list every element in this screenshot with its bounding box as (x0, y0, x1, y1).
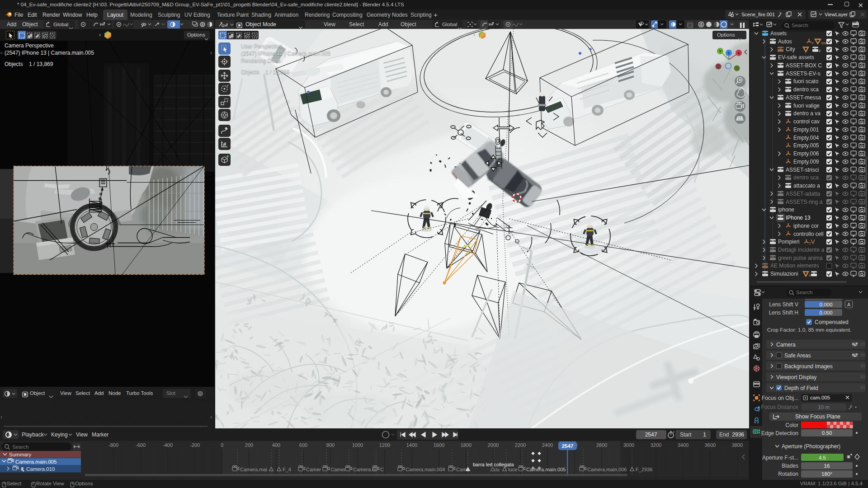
svg-text:Safe Areas: Safe Areas (784, 352, 811, 359)
svg-text:Camera.main.004: Camera.main.004 (406, 467, 445, 472)
svg-text:200: 200 (245, 442, 253, 448)
svg-text:ASSET-strisci: ASSET-strisci (786, 167, 819, 173)
svg-text:Search: Search (12, 444, 28, 450)
svg-text:iphone: iphone (778, 206, 794, 213)
svg-text:iphone cor: iphone cor (793, 223, 819, 229)
svg-text:View: View (76, 432, 88, 438)
svg-text:180°: 180° (821, 471, 832, 477)
svg-text:1: 1 (703, 432, 706, 438)
svg-text:Search: Search (792, 23, 808, 28)
svg-text:Aperture (Photographer): Aperture (Photographer) (782, 443, 840, 450)
svg-text:-800: -800 (108, 442, 118, 448)
svg-text:2400: 2400 (542, 442, 553, 448)
svg-text:Background Images: Background Images (784, 363, 833, 370)
svg-text:4.5: 4.5 (819, 455, 826, 460)
svg-text:Camera.mai: Camera.mai (240, 467, 267, 472)
svg-text:ASSET-BOX C: ASSET-BOX C (786, 62, 822, 69)
svg-text:Y: Y (719, 49, 722, 53)
svg-text:-400: -400 (163, 442, 173, 448)
svg-text:AE Motion elements: AE Motion elements (770, 263, 819, 269)
svg-text:Focus on Obj...: Focus on Obj... (762, 395, 798, 401)
svg-text:Search: Search (796, 290, 812, 295)
svg-text:Autos: Autos (778, 38, 792, 45)
svg-text:2000: 2000 (488, 442, 499, 448)
svg-text:ASSETS-ring a: ASSETS-ring a (786, 199, 823, 205)
svg-text:1200: 1200 (379, 442, 390, 448)
svg-text:0.000: 0.000 (820, 302, 833, 307)
svg-text:Playback: Playback (22, 432, 44, 438)
svg-text:Camera.main.005: Camera.main.005 (526, 467, 566, 472)
svg-text:lu: lu (495, 467, 500, 472)
svg-text:8: 8 (809, 273, 811, 277)
svg-text:ASSETS-EV-s: ASSETS-EV-s (786, 70, 821, 77)
svg-text:controllo cell: controllo cell (793, 231, 824, 237)
svg-text:dentro sca: dentro sca (793, 174, 819, 181)
svg-text:3000: 3000 (623, 442, 634, 448)
svg-text:fuori scato: fuori scato (793, 78, 819, 84)
svg-text:2: 2 (819, 49, 821, 53)
svg-text:2936: 2936 (732, 432, 744, 438)
svg-text:Dettagli incidente a: Dettagli incidente a (778, 247, 824, 253)
svg-text:Show Focus Plane: Show Focus Plane (795, 413, 840, 420)
svg-text:green pulse anima: green pulse anima (778, 255, 823, 261)
svg-text:Simulazioni: Simulazioni (770, 271, 798, 277)
svg-text:2547: 2547 (645, 432, 657, 438)
svg-text:Rotation: Rotation (778, 471, 798, 477)
svg-text:Depth of Field: Depth of Field (784, 385, 818, 391)
svg-text:ASSET-adatta: ASSET-adatta (786, 191, 820, 197)
svg-text:10 m: 10 m (818, 404, 830, 410)
svg-text:1600: 1600 (434, 442, 444, 448)
svg-text:attaccato a: attaccato a (793, 183, 820, 189)
svg-text:C: C (380, 467, 384, 472)
svg-text:-200: -200 (190, 442, 200, 448)
svg-text:Camer: Camer (330, 467, 345, 472)
svg-text:Summary: Summary (9, 452, 31, 457)
svg-text:EV-safe assets: EV-safe assets (778, 54, 814, 61)
svg-text:Pompieri: Pompieri (778, 239, 799, 245)
svg-text:Edge Detection: Edge Detection (761, 430, 798, 436)
svg-text:dentro sca: dentro sca (793, 86, 819, 93)
svg-text:F_2936: F_2936 (636, 467, 652, 472)
svg-text:Viewport Display: Viewport Display (776, 374, 816, 380)
svg-text:Lens Shift H: Lens Shift H (769, 310, 798, 316)
svg-text:Color: Color (785, 422, 798, 428)
svg-text:1800: 1800 (461, 442, 472, 448)
svg-text:dentro a va: dentro a va (793, 110, 821, 117)
svg-text:Blades: Blades (782, 463, 798, 469)
svg-text:Compensated: Compensated (815, 319, 849, 325)
svg-text:1000: 1000 (352, 442, 363, 448)
svg-text:ASSET-messa: ASSET-messa (786, 94, 821, 101)
svg-text:3400: 3400 (678, 442, 689, 448)
svg-text:Keying: Keying (51, 432, 68, 438)
svg-text:Z: Z (728, 51, 730, 55)
svg-text:800: 800 (326, 442, 335, 448)
svg-text:3600: 3600 (705, 442, 716, 448)
svg-text:2547: 2547 (562, 443, 574, 449)
svg-text:cam.005: cam.005 (810, 395, 830, 400)
svg-text:0: 0 (221, 442, 223, 448)
svg-text:Aperture F-st...: Aperture F-st... (762, 455, 798, 461)
svg-text:Assets: Assets (770, 30, 787, 37)
svg-text:3: 3 (811, 41, 814, 45)
svg-text:Camer: Camer (306, 467, 321, 472)
svg-text:2: 2 (809, 241, 811, 245)
svg-text:Camera.010: Camera.010 (26, 466, 55, 472)
svg-text:3200: 3200 (651, 442, 661, 448)
svg-text:0.50: 0.50 (822, 430, 832, 436)
svg-text:fuori valige: fuori valige (793, 103, 820, 109)
svg-text:control cav: control cav (793, 118, 820, 125)
svg-text:Empty.005: Empty.005 (793, 142, 819, 149)
svg-text:IPhone 13: IPhone 13 (786, 215, 811, 221)
svg-text:16: 16 (824, 463, 830, 469)
svg-text:City: City (786, 46, 795, 52)
svg-text:Camera: Camera (776, 342, 796, 348)
svg-text:Lens Shift V: Lens Shift V (769, 301, 798, 308)
svg-text:400: 400 (272, 442, 280, 448)
svg-text:-600: -600 (136, 442, 146, 448)
svg-text:F_4: F_4 (283, 467, 291, 472)
svg-text:Empty.001: Empty.001 (793, 127, 819, 133)
svg-text:0.000: 0.000 (820, 310, 833, 315)
svg-text:luce: luce (508, 467, 517, 472)
svg-text:2200: 2200 (515, 442, 526, 448)
svg-text:Empty.006: Empty.006 (793, 150, 819, 157)
